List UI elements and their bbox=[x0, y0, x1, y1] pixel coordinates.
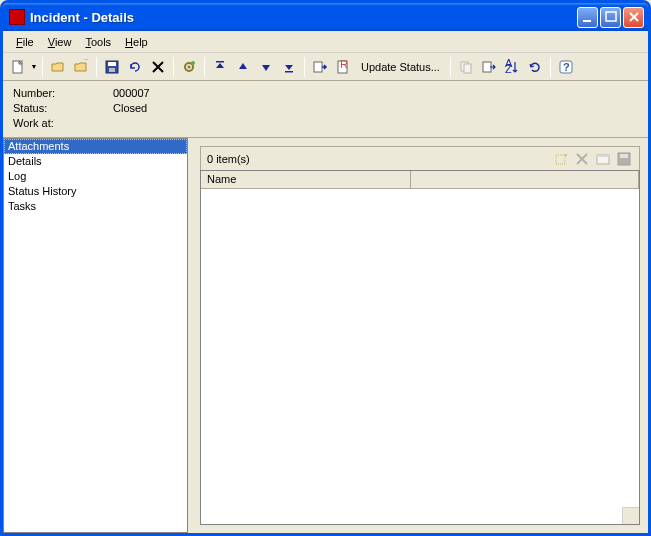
refresh-doc-icon: R bbox=[335, 59, 351, 75]
folder-open-icon bbox=[50, 59, 66, 75]
sidebar-item-label: Status History bbox=[8, 185, 76, 197]
svg-rect-0 bbox=[583, 20, 591, 22]
next-button[interactable] bbox=[255, 56, 277, 78]
new-button[interactable] bbox=[7, 56, 29, 78]
menu-tools[interactable]: Tools bbox=[78, 34, 118, 50]
number-label: Number: bbox=[13, 86, 113, 101]
info-panel: Number: 000007 Status: Closed Work at: bbox=[3, 81, 648, 138]
status-value: Closed bbox=[113, 101, 147, 116]
properties-button[interactable] bbox=[594, 150, 612, 168]
sidebar[interactable]: Attachments Details Log Status History T… bbox=[3, 138, 188, 533]
refresh-icon bbox=[527, 59, 543, 75]
open-star-button[interactable]: * bbox=[70, 56, 92, 78]
sort-button[interactable]: AZ bbox=[501, 56, 523, 78]
svg-text:?: ? bbox=[563, 61, 570, 73]
refresh-button[interactable] bbox=[524, 56, 546, 78]
maximize-button[interactable] bbox=[600, 7, 621, 28]
separator bbox=[173, 57, 174, 77]
remove-attachment-button[interactable] bbox=[573, 150, 591, 168]
svg-point-8 bbox=[188, 65, 191, 68]
status-label: Status: bbox=[13, 101, 113, 116]
prev-button[interactable] bbox=[232, 56, 254, 78]
separator bbox=[204, 57, 205, 77]
column-name[interactable]: Name bbox=[201, 171, 411, 188]
undo-button[interactable] bbox=[124, 56, 146, 78]
delete-x-icon bbox=[574, 151, 590, 167]
sidebar-item-tasks[interactable]: Tasks bbox=[4, 199, 187, 214]
close-button[interactable] bbox=[623, 7, 644, 28]
list-body[interactable] bbox=[201, 189, 639, 524]
new-sparkle-icon bbox=[553, 151, 569, 167]
sidebar-item-label: Attachments bbox=[8, 140, 69, 152]
last-button[interactable] bbox=[278, 56, 300, 78]
minimize-icon bbox=[580, 9, 596, 25]
titlebar[interactable]: Incident - Details bbox=[3, 3, 648, 31]
sidebar-item-status-history[interactable]: Status History bbox=[4, 184, 187, 199]
arrow-up-first-icon bbox=[212, 59, 228, 75]
help-icon: ? bbox=[558, 59, 574, 75]
list-header: Name bbox=[201, 171, 639, 189]
arrow-up-icon bbox=[235, 59, 251, 75]
svg-rect-17 bbox=[483, 62, 491, 72]
save-attachment-button[interactable] bbox=[615, 150, 633, 168]
svg-rect-6 bbox=[109, 68, 115, 72]
svg-text:*: * bbox=[84, 59, 89, 66]
add-attachment-button[interactable] bbox=[552, 150, 570, 168]
gear-icon bbox=[181, 59, 197, 75]
properties-icon bbox=[595, 151, 611, 167]
folder-star-icon: * bbox=[73, 59, 89, 75]
sidebar-item-label: Details bbox=[8, 155, 42, 167]
separator bbox=[96, 57, 97, 77]
sidebar-item-log[interactable]: Log bbox=[4, 169, 187, 184]
menu-file[interactable]: File bbox=[9, 34, 41, 50]
gear-button[interactable] bbox=[178, 56, 200, 78]
svg-rect-26 bbox=[620, 154, 628, 158]
sidebar-item-details[interactable]: Details bbox=[4, 154, 187, 169]
scrollbar-corner bbox=[622, 507, 639, 524]
sidebar-item-label: Tasks bbox=[8, 200, 36, 212]
column-blank[interactable] bbox=[411, 171, 639, 188]
svg-rect-1 bbox=[606, 12, 616, 21]
goto-icon bbox=[312, 59, 328, 75]
separator bbox=[550, 57, 551, 77]
app-icon bbox=[9, 9, 25, 25]
svg-rect-12 bbox=[314, 62, 322, 72]
help-button[interactable]: ? bbox=[555, 56, 577, 78]
undo-icon bbox=[127, 59, 143, 75]
first-button[interactable] bbox=[209, 56, 231, 78]
menu-view[interactable]: View bbox=[41, 34, 79, 50]
sidebar-item-label: Log bbox=[8, 170, 26, 182]
attachments-list[interactable]: Name bbox=[200, 170, 640, 525]
update-status-button[interactable]: Update Status... bbox=[355, 56, 446, 78]
maximize-icon bbox=[603, 9, 619, 25]
close-icon bbox=[626, 9, 642, 25]
menu-help[interactable]: Help bbox=[118, 34, 155, 50]
delete-button[interactable] bbox=[147, 56, 169, 78]
svg-rect-11 bbox=[285, 71, 293, 73]
export-button[interactable] bbox=[478, 56, 500, 78]
goto-button[interactable] bbox=[309, 56, 331, 78]
arrow-down-icon bbox=[258, 59, 274, 75]
new-document-icon bbox=[10, 59, 26, 75]
svg-rect-22 bbox=[556, 155, 565, 164]
refresh-doc-button[interactable]: R bbox=[332, 56, 354, 78]
open-button[interactable] bbox=[47, 56, 69, 78]
menubar: File View Tools Help bbox=[3, 31, 648, 53]
svg-text:R: R bbox=[340, 59, 348, 70]
sidebar-item-attachments[interactable]: Attachments bbox=[4, 139, 187, 154]
window-title: Incident - Details bbox=[30, 10, 577, 25]
svg-rect-16 bbox=[464, 64, 471, 73]
toolbar: ▼ * R Update Status... AZ ? bbox=[3, 53, 648, 81]
arrow-down-last-icon bbox=[281, 59, 297, 75]
copy-button[interactable] bbox=[455, 56, 477, 78]
save-button[interactable] bbox=[101, 56, 123, 78]
copy-icon bbox=[458, 59, 474, 75]
sort-icon: AZ bbox=[504, 59, 520, 75]
item-count: 0 item(s) bbox=[207, 153, 549, 165]
save-icon bbox=[104, 59, 120, 75]
minimize-button[interactable] bbox=[577, 7, 598, 28]
svg-text:Z: Z bbox=[505, 63, 512, 75]
column-name-label: Name bbox=[207, 173, 236, 185]
new-dropdown[interactable]: ▼ bbox=[30, 63, 38, 70]
svg-point-9 bbox=[191, 61, 195, 65]
